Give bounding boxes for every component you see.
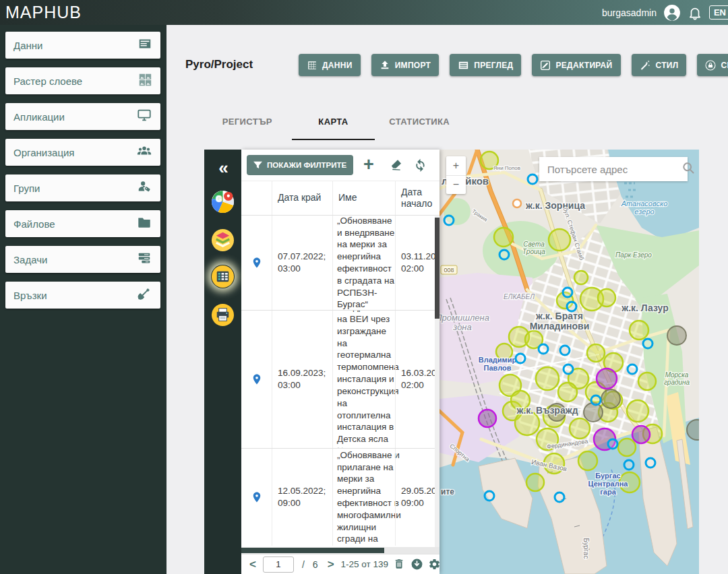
language-selector[interactable]: EN [709,5,728,20]
layers-icon[interactable] [211,228,235,252]
map-marker-blue[interactable] [563,288,572,297]
map-canvas[interactable]: 008 лавейковж.к. ЗорницаАтанасовскоезеро… [439,150,699,574]
map-marker-blue[interactable] [499,250,509,259]
cell-date-end: 12.05.2022; 09:00 [272,485,332,509]
map-marker-yellow[interactable] [598,289,615,307]
list-icon [458,60,469,71]
import-button[interactable]: ИМПОРТ [371,54,439,76]
preview-button[interactable]: ПРЕГЛЕД [450,54,521,76]
sidebar-item-connections[interactable]: Връзки [5,282,160,309]
map-viewport[interactable]: 008 лавейковж.к. ЗорницаАтанасовскоезеро… [439,150,699,574]
map-marker-blue[interactable] [516,354,525,363]
horizontal-scrollbar[interactable] [241,547,439,554]
sidebar-item-organization[interactable]: Организация [5,139,160,166]
location-pin-icon [251,255,263,271]
download-icon[interactable] [411,558,423,571]
table-grid-icon [307,60,317,71]
tab-map[interactable]: КАРТА [291,106,377,136]
table-row[interactable]: 07.07.2022; 03:00 „Обновяване и внедрява… [241,216,439,311]
map-marker-yellow[interactable] [526,474,544,491]
map-marker-yellow[interactable] [618,439,636,456]
data-button[interactable]: ДАННИ [299,54,361,76]
show-filters-button[interactable]: ПОКАЖИ ФИЛТРИТЕ [247,155,353,175]
sidebar-item-files[interactable]: Файлове [5,210,160,237]
map-marker-blue[interactable] [643,339,653,348]
map-marker-purple[interactable] [632,426,650,443]
eraser-icon[interactable] [387,156,404,173]
zoom-in-button[interactable]: + [446,156,466,176]
sidebar-item-raster-layers[interactable]: Растер слоеве [5,67,160,94]
map-label: ите [441,487,454,497]
column-header-name[interactable]: Име [333,192,357,204]
vertical-scrollbar[interactable] [435,216,439,547]
map-marker-gray[interactable] [667,326,686,345]
map-marker-yellow[interactable] [627,400,648,422]
table-row[interactable]: 16.09.2023; 03:00 Внедряване на ВЕИ чрез… [241,311,439,449]
raster-tiles-icon [138,72,152,90]
map-marker-blue[interactable] [444,216,454,225]
collapse-panel-icon[interactable]: « [204,158,241,179]
map-marker-yellow[interactable] [570,418,590,439]
map-marker-yellow[interactable] [574,271,588,284]
map-marker-blue[interactable] [560,346,570,355]
sidebar-item-data[interactable]: Данни [5,32,160,59]
map-marker-blue[interactable] [528,174,537,184]
notifications-bell-icon[interactable] [688,5,702,20]
map-marker-blue[interactable] [564,364,573,374]
add-feature-icon[interactable]: + [360,156,377,173]
map-marker-blue[interactable] [646,458,655,468]
sidebar-item-label: Растер слоеве [13,75,82,87]
road-shield: 008 [441,265,457,274]
delete-icon[interactable] [393,558,406,571]
cell-name: „Обновяване и прилагане на мерки за енер… [333,449,401,546]
google-maps-basemap-icon[interactable]: G [211,190,235,214]
map-marker-blue[interactable] [608,439,617,449]
map-marker-blue[interactable] [591,395,601,405]
map-marker-blue[interactable] [485,491,494,501]
address-search-input[interactable] [539,164,681,175]
map-marker-yellow[interactable] [549,229,570,251]
print-icon[interactable] [211,303,235,327]
cell-name: „Обновяване и внедряване на мерки за ене… [333,216,395,311]
filter-button-label: ПОКАЖИ ФИЛТРИТЕ [267,161,346,169]
map-marker-blue[interactable] [628,364,637,374]
settings-gear-icon[interactable] [428,558,439,571]
account-icon[interactable] [663,4,681,22]
total-pages: 6 [313,559,318,570]
prev-page-button[interactable]: < [249,558,256,571]
app-logo: MAPHUB [5,3,82,22]
map-marker-yellow[interactable] [630,321,648,340]
map-marker-yellow[interactable] [494,228,513,247]
share-button[interactable]: СПОДЕЛЯНЕ [697,54,728,76]
style-button[interactable]: СТИЛ [632,54,687,76]
map-marker-yellow[interactable] [638,373,656,390]
map-marker-blue[interactable] [539,344,548,354]
page-number-input[interactable] [263,556,294,573]
map-marker-blue[interactable] [555,492,564,502]
map-marker-yellow[interactable] [536,367,559,390]
map-marker-blue[interactable] [624,460,634,470]
attribute-table-icon[interactable] [211,265,235,288]
map-marker-purple[interactable] [597,369,617,389]
tab-register[interactable]: РЕГИСТЪР [204,106,291,136]
view-tabs: РЕГИСТЪР КАРТА СТАТИСТИКА [204,106,462,136]
edit-button[interactable]: РЕДАКТИРАЙ [532,54,620,76]
map-marker-purple[interactable] [479,410,496,427]
map-marker-yellow[interactable] [587,344,605,362]
map-marker-gray[interactable] [584,403,603,422]
map-marker-blue[interactable] [567,302,576,311]
sidebar-item-groups[interactable]: Групи [5,174,160,201]
sidebar-item-applications[interactable]: Апликации [5,103,160,130]
tab-statistics[interactable]: СТАТИСТИКА [376,106,462,136]
refresh-icon[interactable] [411,156,429,173]
table-row[interactable]: 12.05.2022; 09:00 „Обновяване и прилаган… [241,449,439,546]
map-marker-yellow[interactable] [558,383,577,402]
column-header-date-start[interactable]: Дата начало [396,187,439,210]
sidebar-item-tasks[interactable]: Задачи [5,246,160,273]
map-marker-yellow[interactable] [578,451,597,470]
column-header-date-end[interactable]: Дата край [272,192,321,204]
zoom-out-button[interactable]: − [446,176,466,195]
search-icon[interactable] [681,161,695,177]
map-marker-gray[interactable] [601,389,620,408]
next-page-button[interactable]: > [328,558,334,571]
